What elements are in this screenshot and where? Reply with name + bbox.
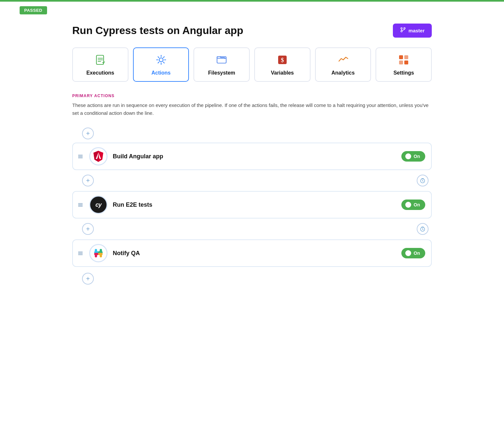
tab-settings[interactable]: Settings: [376, 47, 432, 82]
drag-handle-2[interactable]: [77, 250, 84, 256]
add-button-row-1: +: [72, 173, 417, 188]
action-row-wrapper-2: Notify QA On: [72, 239, 432, 267]
svg-text:$: $: [281, 57, 284, 63]
action-name-1: Run E2E tests: [113, 201, 396, 208]
variables-icon: $: [277, 54, 288, 67]
action-row-build-angular: Build Angular app On: [72, 143, 432, 170]
svg-rect-23: [94, 253, 99, 255]
add-button-row-top: +: [72, 126, 432, 141]
tab-filesystem-label: Filesystem: [208, 70, 235, 76]
toggle-label-1: On: [414, 202, 420, 207]
svg-point-2: [401, 30, 402, 32]
tab-variables-label: Variables: [271, 70, 294, 76]
action-name-2: Notify QA: [113, 250, 396, 257]
toggle-label-2: On: [414, 251, 420, 256]
page-title: Run Cypress tests on Angular app: [72, 25, 243, 37]
filesystem-icon: [216, 54, 227, 67]
toggle-label-0: On: [414, 154, 420, 159]
angular-logo: [89, 147, 108, 165]
executions-icon: [94, 54, 106, 67]
toggle-2[interactable]: On: [401, 248, 425, 258]
tab-actions-label: Actions: [151, 70, 171, 76]
svg-rect-11: [404, 61, 408, 64]
slack-logo: [89, 244, 108, 262]
svg-rect-10: [399, 61, 403, 64]
action-name-0: Build Angular app: [113, 153, 396, 160]
add-button-row-2: +: [72, 222, 417, 236]
master-button[interactable]: master: [393, 24, 432, 38]
master-button-label: master: [409, 28, 425, 33]
tab-executions-label: Executions: [86, 70, 114, 76]
svg-rect-25: [98, 253, 103, 255]
tabs-row: Executions Actions Filesystem: [72, 47, 432, 82]
tab-variables[interactable]: $ Variables: [254, 47, 311, 82]
section-label: PRIMARY ACTIONS: [72, 94, 432, 98]
svg-point-0: [401, 27, 402, 29]
tab-analytics-label: Analytics: [331, 70, 355, 76]
add-action-button-bottom[interactable]: +: [82, 273, 94, 285]
action-logo-wrapper-2: [89, 244, 108, 262]
add-action-button-1[interactable]: +: [82, 175, 94, 186]
branch-icon: [400, 27, 406, 34]
timer-button-0[interactable]: [417, 175, 428, 186]
tab-actions[interactable]: Actions: [133, 47, 189, 82]
tab-executions[interactable]: Executions: [72, 47, 128, 82]
svg-point-4: [159, 58, 163, 62]
action-logo-wrapper-1: cy: [89, 196, 108, 214]
primary-actions-section: PRIMARY ACTIONS These actions are run in…: [72, 94, 432, 286]
section-description: These actions are run in sequence on eve…: [72, 101, 432, 117]
passed-badge: PASSED: [20, 6, 47, 14]
svg-rect-8: [399, 55, 403, 59]
toggle-0[interactable]: On: [401, 151, 425, 162]
timer-button-1[interactable]: [417, 223, 428, 235]
action-row-wrapper-1: cy Run E2E tests On: [72, 191, 432, 218]
page-header: Run Cypress tests on Angular app master: [72, 24, 432, 38]
add-button-row-bottom: +: [72, 271, 432, 286]
toggle-circle-2: [405, 250, 411, 256]
action-row-notify-qa: Notify QA On: [72, 239, 432, 267]
svg-point-1: [404, 27, 405, 29]
settings-icon: [398, 54, 410, 67]
cypress-logo: cy: [89, 196, 108, 214]
actions-icon: [155, 54, 167, 67]
drag-handle-1[interactable]: [77, 202, 84, 208]
actions-list: +: [72, 126, 432, 286]
action-row-wrapper-0: Build Angular app On: [72, 143, 432, 170]
tab-settings-label: Settings: [394, 70, 414, 76]
toggle-circle-0: [405, 153, 411, 159]
action-row-e2e: cy Run E2E tests On: [72, 191, 432, 218]
svg-rect-9: [404, 55, 408, 59]
toggle-1[interactable]: On: [401, 200, 425, 210]
add-action-button-2[interactable]: +: [82, 223, 94, 235]
add-action-button-0[interactable]: +: [82, 128, 94, 139]
action-logo-wrapper-0: [89, 147, 108, 165]
toggle-circle-1: [405, 202, 411, 208]
drag-handle-0[interactable]: [77, 153, 84, 160]
tab-analytics[interactable]: Analytics: [315, 47, 371, 82]
analytics-icon: [337, 54, 349, 67]
tab-filesystem[interactable]: Filesystem: [193, 47, 250, 82]
